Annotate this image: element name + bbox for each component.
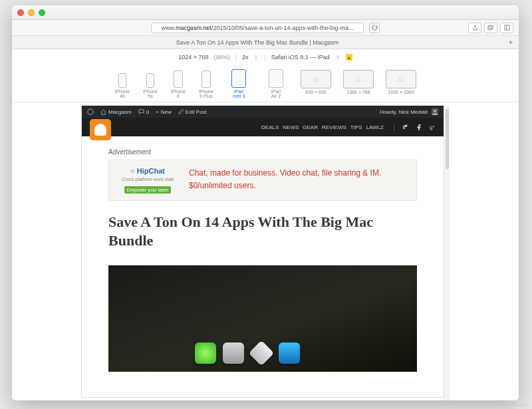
browser-tab[interactable]: Save A Ton On 14 Apps With The Big Mac B… [12,36,503,49]
device-preset[interactable]: ⦸800 × 600 [297,70,334,99]
ad-label: Advertisement [108,148,417,156]
device-preset[interactable]: iPadmini 3 [223,69,255,99]
url-prefix: www. [161,25,176,31]
svg-rect-1 [489,25,493,29]
ad-copy-line1: Chat, made for business. Video chat, fil… [189,167,381,180]
url-domain: macgasm.net [176,25,211,31]
custom-size-icon: ⦸ [386,70,416,88]
device-preset[interactable]: ⦸1920 × 1080 [382,70,420,99]
phone-icon [174,70,183,88]
site-logo[interactable] [90,119,111,140]
pencil-icon [178,109,184,114]
site-header: DEALSNEWSGEARREVIEWSTIPSLAWLZ g⁺ [82,118,444,136]
share-icon [472,25,478,31]
minimize-window-button[interactable] [28,9,35,16]
share-button[interactable] [468,23,481,33]
nav-separator [394,123,394,131]
chevron-updown-icon [335,55,340,60]
new-tab-button[interactable]: + [503,38,519,47]
wp-edit-link[interactable]: Edit Post [178,109,207,115]
device-label: 800 × 600 [305,90,326,99]
wp-logo[interactable] [87,108,94,115]
phone-icon [146,73,154,88]
twitter-icon[interactable] [402,124,408,130]
device-preset[interactable]: iPadAir 2 [260,69,292,99]
tablet-icon [269,69,283,88]
facebook-icon[interactable] [416,124,422,130]
google-plus-icon[interactable]: g⁺ [430,124,436,130]
device-preset-bar: iPhone4siPhone5siPhone6iPhone6 PlusiPadm… [12,65,519,102]
svg-rect-0 [488,27,492,30]
tabs-button[interactable] [484,23,497,33]
responsive-mode-controls: 1024 × 768 (96%) | 2x | Safari iOS 8.1 —… [12,49,519,65]
wordpress-admin-bar: Macgasm 0 + New Edit Post Howdy, Nick Me… [82,106,444,118]
hero-dock-icons [195,342,300,364]
device-preset[interactable]: iPhone5s [139,73,162,99]
watermark: wsxdn.com [501,402,528,408]
svg-point-6 [434,110,436,112]
wp-howdy[interactable]: Howdy, Nick Mediati [380,109,428,115]
nav-link[interactable]: REVIEWS [320,123,348,132]
device-preset[interactable]: ⦸1366 × 768 [340,70,377,99]
article-hero-image [108,265,417,372]
wp-site-link[interactable]: Macgasm [100,109,132,115]
wp-comments-count: 0 [146,109,149,115]
device-label: iPhone6 [171,89,186,99]
ad-unit[interactable]: HipChat Cross-platform work chat Empower… [108,160,417,201]
phone-icon [118,73,126,88]
device-label: iPhone5s [143,89,158,99]
warning-icon[interactable]: ▲ [346,54,352,61]
device-preset[interactable]: iPhone4s [111,73,134,99]
nav-link[interactable]: TIPS [348,123,364,132]
dock-app-icon [223,342,244,364]
device-label: iPadmini 3 [233,89,245,99]
svg-text:g⁺: g⁺ [430,124,436,130]
device-preset[interactable]: iPhone6 [167,70,190,99]
inspector-icon [504,25,510,31]
window-titlebar[interactable] [12,5,519,20]
ad-cta-button[interactable]: Empower your team [124,186,172,194]
nav-link[interactable]: NEWS [281,123,301,132]
nav-link[interactable]: GEAR [301,123,320,132]
article-content: Advertisement HipChat Cross-platform wor… [82,136,444,372]
dock-app-icon [279,342,300,364]
user-agent-select[interactable]: Safari iOS 8.1 — iPad [271,54,330,61]
viewport-dimensions[interactable]: 1024 × 768 [178,54,208,61]
nav-link[interactable]: DEALS [259,123,281,132]
wp-new-label: New [161,109,172,115]
chevron-updown-icon [253,55,259,60]
simulated-page: Macgasm 0 + New Edit Post Howdy, Nick Me… [81,105,444,398]
device-label: iPadAir 2 [271,89,281,99]
reload-icon [372,25,378,31]
ad-brand-block: HipChat Cross-platform work chat Empower… [116,167,180,194]
phone-icon [201,70,211,88]
ad-copy-line2: $0/unlimited users. [189,180,381,192]
address-bar[interactable]: www.macgasm.net/2015/10/05/save-a-ton-on… [151,23,364,33]
reload-button[interactable] [369,23,380,33]
zoom-window-button[interactable] [39,9,45,16]
wp-site-name: Macgasm [108,109,132,115]
separator: | [235,54,237,61]
device-label: iPhone6 Plus [199,89,213,99]
device-label: 1366 × 768 [346,90,370,99]
nav-link[interactable]: LAWLZ [364,123,386,132]
viewport-scale: (96%) [214,54,230,61]
zoom-select[interactable]: 2x [242,54,249,61]
inspector-button[interactable] [500,23,513,33]
ad-brand: HipChat [116,167,180,175]
page-scrollbar[interactable] [444,105,450,400]
wp-comments[interactable]: 0 [138,109,149,115]
avatar-icon[interactable] [432,108,438,115]
device-label: 1920 × 1080 [388,90,414,99]
home-icon [100,109,106,115]
custom-size-icon: ⦸ [343,70,374,88]
ad-copy: Chat, made for business. Video chat, fil… [189,167,381,194]
device-preset[interactable]: iPhone6 Plus [195,70,217,99]
wp-new-link[interactable]: + New [156,109,172,115]
tab-bar: Save A Ton On 14 Apps With The Big Mac B… [12,36,519,49]
close-window-button[interactable] [17,9,24,16]
device-label: iPhone4s [115,89,130,99]
dock-app-icon [249,341,274,366]
scrollbar-thumb[interactable] [446,109,449,169]
ad-tagline: Cross-platform work chat [116,177,180,182]
